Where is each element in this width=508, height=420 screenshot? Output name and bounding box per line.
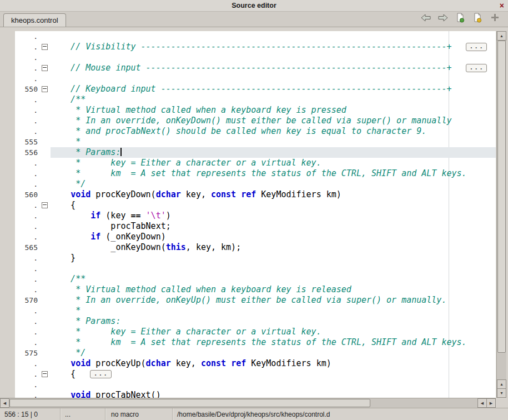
line-number[interactable]: . [15, 116, 39, 126]
code-line[interactable]: . // Mouse input -----------------------… [0, 63, 496, 73]
tab-kheops-control[interactable]: kheops.control [3, 13, 66, 27]
code-line[interactable]: 556 * Params: [0, 147, 496, 158]
detach-editor-button[interactable] [489, 13, 500, 24]
line-number[interactable]: . [15, 42, 39, 52]
line-number[interactable]: . [15, 73, 39, 84]
code-line[interactable]: . /** [0, 274, 496, 284]
code-line[interactable]: 550 // Keyboard input ------------------… [0, 84, 496, 94]
line-number[interactable]: . [15, 263, 39, 274]
close-icon[interactable]: × [500, 1, 504, 11]
code-line[interactable]: . } [0, 253, 496, 263]
line-number[interactable]: . [15, 306, 39, 316]
line-number[interactable]: 556 [15, 147, 39, 158]
code-line[interactable]: . void procKeyUp(dchar key, const ref Ke… [0, 358, 496, 369]
code-line[interactable]: . [0, 73, 496, 84]
code-line[interactable]: . * key = Either a character or a virtua… [0, 158, 496, 168]
fold-toggle-icon[interactable] [42, 44, 48, 50]
code-line[interactable]: 555 * [0, 137, 496, 147]
code-line[interactable]: . { [0, 200, 496, 211]
line-number[interactable]: . [15, 337, 39, 348]
scroll-right-button[interactable]: ▶ [486, 398, 496, 408]
code-line[interactable]: . [0, 31, 496, 42]
code-line[interactable]: . */ [0, 179, 496, 189]
code-line[interactable]: . /** [0, 94, 496, 105]
code-token: * km = A set that represents the status … [51, 168, 467, 178]
code-text: * km = A set that represents the status … [51, 337, 496, 348]
arrow-left-icon: ◀ [3, 401, 6, 406]
code-line[interactable]: 565 _onKeyDown(this, key, km); [0, 242, 496, 253]
line-number[interactable]: 550 [15, 84, 39, 94]
code-line[interactable]: . * In an override, onKeyDown() must eit… [0, 116, 496, 126]
code-line[interactable]: 570 * In an override, onKeyUp() must eit… [0, 295, 496, 306]
fold-toggle-icon[interactable] [42, 86, 48, 92]
scroll-left-secondary-button[interactable]: ◀ [477, 398, 487, 408]
code-line[interactable]: . * Virtual method called when a keyboar… [0, 105, 496, 116]
horizontal-scrollbar[interactable]: ◀ ◀ ▶ [0, 398, 496, 408]
line-number[interactable]: . [15, 179, 39, 189]
fold-toggle-icon[interactable] [42, 65, 48, 71]
line-number[interactable]: . [15, 253, 39, 263]
line-number[interactable]: . [15, 327, 39, 337]
navigate-forward-button[interactable] [437, 13, 449, 24]
line-number[interactable]: . [15, 221, 39, 232]
code-line[interactable]: . [0, 263, 496, 274]
save-document-button[interactable] [472, 13, 483, 24]
horizontal-scroll-thumb[interactable] [9, 399, 370, 407]
line-number[interactable]: 555 [15, 137, 39, 147]
line-number[interactable]: 560 [15, 189, 39, 200]
scroll-up-secondary-button[interactable]: ▲ [497, 379, 506, 389]
line-number[interactable]: . [15, 379, 39, 390]
code-line[interactable]: . * km = A set that represents the statu… [0, 337, 496, 348]
line-number[interactable]: . [15, 126, 39, 137]
code-line[interactable]: . * [0, 306, 496, 316]
collapsed-fold-ellipsis[interactable]: ... [466, 64, 487, 72]
line-number[interactable]: . [15, 52, 39, 63]
editor-area[interactable]: .. // Visibility -----------------------… [0, 31, 496, 398]
line-number[interactable]: . [15, 369, 39, 379]
line-number[interactable]: . [15, 211, 39, 221]
code-line[interactable]: . procTabNext; [0, 221, 496, 232]
code-line[interactable]: . if (_onKeyDown) [0, 232, 496, 242]
line-number[interactable]: . [15, 105, 39, 116]
code-line[interactable]: . [0, 379, 496, 390]
code-line[interactable]: 560 void procKeyDown(dchar key, const re… [0, 189, 496, 200]
line-number[interactable]: . [15, 158, 39, 168]
code-line[interactable]: . * key = Either a character or a virtua… [0, 327, 496, 337]
line-number[interactable]: . [15, 358, 39, 369]
line-number[interactable]: . [15, 274, 39, 284]
collapsed-fold-ellipsis[interactable]: ... [90, 370, 111, 378]
code-line[interactable]: . {... [0, 369, 496, 379]
line-number[interactable]: . [15, 232, 39, 242]
scroll-up-button[interactable]: ▲ [497, 31, 506, 41]
line-number[interactable]: 570 [15, 295, 39, 306]
scroll-down-button[interactable]: ▼ [497, 388, 506, 398]
line-number[interactable]: . [15, 316, 39, 327]
code-line[interactable]: . * and procTabNext() should be called w… [0, 126, 496, 137]
line-number[interactable]: . [15, 390, 39, 398]
line-number[interactable]: . [15, 200, 39, 211]
vertical-scrollbar[interactable]: ▲ ▲ ▼ [496, 31, 506, 398]
line-number[interactable]: 575 [15, 348, 39, 358]
line-number[interactable]: . [15, 63, 39, 73]
vertical-scroll-thumb[interactable] [497, 41, 506, 353]
scroll-left-button[interactable]: ◀ [0, 398, 9, 408]
line-number[interactable]: . [15, 31, 39, 42]
line-number[interactable]: . [15, 94, 39, 105]
code-line[interactable]: . // Visibility ------------------------… [0, 42, 496, 52]
line-number[interactable]: 565 [15, 242, 39, 253]
code-line[interactable]: . * Virtual method called when a keyboar… [0, 284, 496, 295]
code-line[interactable]: . * km = A set that represents the statu… [0, 168, 496, 179]
fold-toggle-icon[interactable] [42, 371, 48, 377]
code-line[interactable]: 575 */ [0, 348, 496, 358]
new-document-button[interactable] [455, 13, 466, 24]
line-number[interactable]: . [15, 284, 39, 295]
code-token [51, 232, 90, 242]
line-number[interactable]: . [15, 168, 39, 179]
fold-toggle-icon[interactable] [42, 202, 48, 208]
collapsed-fold-ellipsis[interactable]: ... [466, 43, 487, 51]
code-line[interactable]: . void procTabNext() [0, 390, 496, 398]
code-line[interactable]: . if (key == '\t') [0, 211, 496, 221]
navigate-back-button[interactable] [420, 13, 431, 24]
code-line[interactable]: . [0, 52, 496, 63]
code-line[interactable]: . * Params: [0, 316, 496, 327]
